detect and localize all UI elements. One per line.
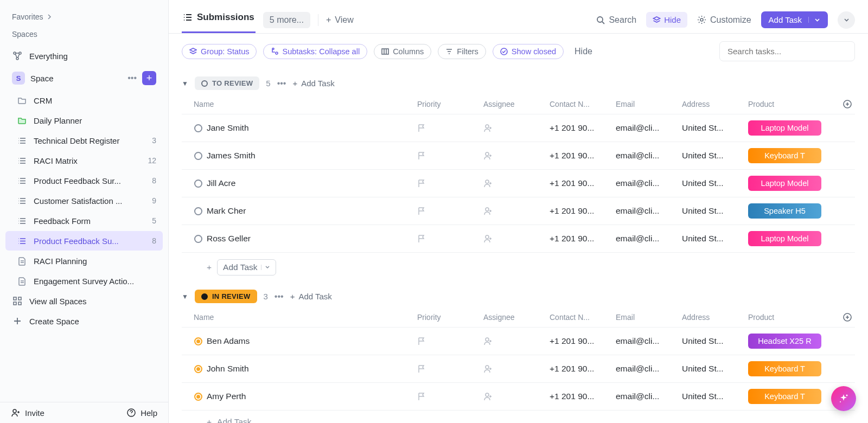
assignee-cell[interactable] (483, 337, 550, 346)
assignee-cell[interactable] (483, 207, 550, 216)
group-more-icon[interactable]: ••• (277, 79, 286, 88)
add-column-button[interactable] (843, 313, 852, 322)
hide-filter-button[interactable]: Hide (575, 47, 592, 56)
add-column-button[interactable] (843, 100, 852, 108)
ai-fab-button[interactable] (831, 386, 856, 411)
more-icon[interactable]: ••• (127, 73, 137, 83)
filters-pill[interactable]: Filters (438, 44, 486, 59)
customize-button[interactable]: Customize (697, 15, 751, 25)
help-button[interactable]: Help (126, 408, 157, 418)
task-status[interactable] (189, 365, 207, 373)
priority-cell[interactable] (417, 124, 483, 132)
status-pill[interactable]: TO REVIEW (195, 76, 259, 90)
group-add-task[interactable]: +Add Task (292, 79, 334, 88)
priority-cell[interactable] (417, 337, 483, 345)
sidebar-item[interactable]: Engagement Survey Actio... (5, 271, 163, 291)
assignee-cell[interactable] (483, 392, 550, 401)
task-row[interactable]: Ross Geller+1 201 90...email@cli...Unite… (182, 225, 855, 252)
add-task-row[interactable]: +Add Task (182, 252, 855, 282)
hide-button[interactable]: Hide (646, 12, 687, 28)
show-closed-pill[interactable]: Show closed (493, 44, 564, 59)
sidebar-item[interactable]: RACI Matrix12 (5, 151, 163, 170)
sidebar-item[interactable]: Daily Planner (5, 111, 163, 130)
col-address[interactable]: Address (682, 313, 748, 322)
task-status[interactable] (189, 124, 207, 132)
invite-button[interactable]: Invite (11, 408, 44, 418)
assignee-cell[interactable] (483, 234, 550, 243)
sidebar-item[interactable]: Product Feedback Sur...8 (5, 171, 163, 190)
col-assignee[interactable]: Assignee (483, 100, 550, 108)
sidebar-item[interactable]: Product Feedback Su...8 (5, 231, 163, 251)
task-row[interactable]: Jill Acre+1 201 90...email@cli...United … (182, 169, 855, 197)
col-priority[interactable]: Priority (417, 313, 483, 322)
favorites-header[interactable]: Favorites (12, 8, 156, 25)
add-task-button[interactable]: Add Task (761, 11, 828, 28)
task-status[interactable] (189, 152, 207, 160)
chevron-down-icon[interactable] (261, 265, 270, 270)
col-priority[interactable]: Priority (417, 100, 483, 108)
col-product[interactable]: Product (748, 313, 814, 322)
col-email[interactable]: Email (616, 100, 682, 108)
priority-cell[interactable] (417, 207, 483, 215)
col-assignee[interactable]: Assignee (483, 313, 550, 322)
col-product[interactable]: Product (748, 100, 814, 108)
product-tag[interactable]: Keyboard T (748, 148, 821, 163)
col-name[interactable]: Name (189, 313, 417, 322)
collapse-caret-icon[interactable]: ▼ (182, 80, 188, 87)
task-status[interactable] (189, 180, 207, 188)
task-row[interactable]: Ben Adams+1 201 90...email@cli...United … (182, 327, 855, 355)
task-status[interactable] (189, 393, 207, 401)
task-status[interactable] (189, 235, 207, 243)
add-task-row[interactable]: +Add Task (182, 410, 855, 423)
search-tasks-input[interactable] (719, 41, 855, 61)
assignee-cell[interactable] (483, 124, 550, 133)
priority-cell[interactable] (417, 179, 483, 188)
assignee-cell[interactable] (483, 151, 550, 161)
col-address[interactable]: Address (682, 100, 748, 108)
col-name[interactable]: Name (189, 100, 417, 108)
task-row[interactable]: John Smith+1 201 90...email@cli...United… (182, 355, 855, 382)
product-tag[interactable]: Headset X25 R (748, 334, 821, 349)
sidebar-item-view-all[interactable]: View all Spaces (5, 291, 163, 311)
product-tag[interactable]: Keyboard T (748, 389, 821, 404)
task-row[interactable]: Jane Smith+1 201 90...email@cli...United… (182, 114, 855, 142)
product-tag[interactable]: Laptop Model (748, 231, 821, 246)
sidebar-item[interactable]: RACI Planning (5, 251, 163, 271)
overflow-button[interactable] (838, 11, 855, 29)
group-more-icon[interactable]: ••• (275, 292, 284, 302)
col-email[interactable]: Email (616, 313, 682, 322)
product-tag[interactable]: Speaker H5 (748, 203, 821, 219)
product-tag[interactable]: Laptop Model (748, 176, 821, 191)
space-row[interactable]: S Space ••• + (5, 68, 163, 88)
status-pill[interactable]: IN REVIEW (195, 290, 257, 303)
sidebar-item[interactable]: Feedback Form5 (5, 211, 163, 230)
add-in-space-button[interactable]: + (142, 71, 156, 85)
more-views-chip[interactable]: 5 more... (263, 12, 310, 28)
sidebar-item[interactable]: CRM (5, 91, 163, 110)
group-pill[interactable]: Group: Status (182, 44, 257, 59)
product-tag[interactable]: Laptop Model (748, 120, 821, 136)
add-view-button[interactable]: + View (326, 15, 354, 25)
assignee-cell[interactable] (483, 364, 550, 374)
tab-submissions[interactable]: Submissions (182, 7, 256, 33)
task-status[interactable] (189, 207, 207, 215)
priority-cell[interactable] (417, 151, 483, 160)
collapse-caret-icon[interactable]: ▼ (182, 293, 188, 300)
priority-cell[interactable] (417, 234, 483, 243)
col-contact[interactable]: Contact N... (550, 100, 616, 108)
subtasks-pill[interactable]: Subtasks: Collapse all (263, 44, 367, 59)
sidebar-item[interactable]: Customer Satisfaction ...9 (5, 191, 163, 210)
task-row[interactable]: Amy Perth+1 201 90...email@cli...United … (182, 382, 855, 410)
task-row[interactable]: Mark Cher+1 201 90...email@cli...United … (182, 197, 855, 225)
sidebar-item-create-space[interactable]: Create Space (5, 311, 163, 331)
columns-pill[interactable]: Columns (374, 44, 431, 59)
task-row[interactable]: James Smith+1 201 90...email@cli...Unite… (182, 142, 855, 169)
priority-cell[interactable] (417, 392, 483, 401)
sidebar-item-everything[interactable]: Everything (5, 46, 163, 66)
priority-cell[interactable] (417, 364, 483, 373)
add-task-boxed[interactable]: Add Task (217, 259, 276, 275)
sidebar-item[interactable]: Technical Debt Register3 (5, 131, 163, 150)
assignee-cell[interactable] (483, 179, 550, 188)
col-contact[interactable]: Contact N... (550, 313, 616, 322)
task-status[interactable] (189, 337, 207, 345)
